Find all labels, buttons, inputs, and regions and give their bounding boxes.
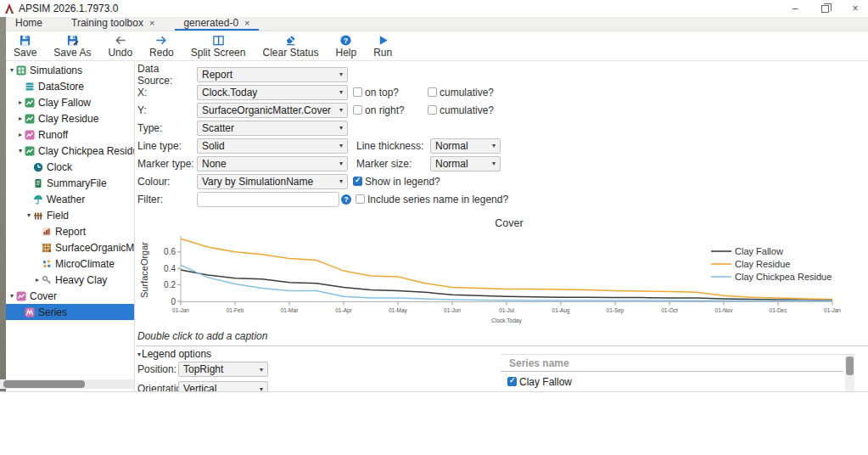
minimize-button[interactable]: –	[789, 3, 801, 14]
x-cumulative-checkbox[interactable]	[428, 87, 437, 97]
chevron-down-icon: ▾	[339, 106, 343, 114]
panel-divider[interactable]	[134, 62, 135, 392]
toolbar-button-label: Help	[336, 47, 357, 59]
tree-node-heavy-clay[interactable]: ▸Heavy Clay	[6, 272, 134, 288]
tree-node-label: Clay Chickpea Residue	[38, 145, 134, 157]
x-tick-label: 01-Mar	[281, 307, 299, 313]
tree-node-surfaceorganicmatter[interactable]: SurfaceOrganicMatter	[6, 239, 134, 256]
tab-bar: HomeTraining toolbox×generated-0×	[0, 17, 868, 31]
x-tick-label: 01-Dec	[770, 307, 788, 313]
run-button[interactable]: Run	[368, 33, 397, 59]
tree-horizontal-scrollbar[interactable]	[0, 379, 134, 389]
tree-expander-icon[interactable]: ▸	[16, 98, 25, 106]
chart-caption[interactable]: Double click to add a caption	[137, 330, 267, 342]
chevron-down-icon: ▾	[492, 142, 496, 149]
legend-options-header[interactable]: ▾ Legend options	[137, 348, 211, 360]
tree-node-weather[interactable]: Weather	[6, 191, 134, 207]
chevron-down-icon: ▾	[260, 385, 263, 393]
legend-entry: Clay Chickpea Residue	[711, 272, 832, 282]
maximize-button[interactable]	[821, 5, 829, 13]
tree-node-microclimate[interactable]: MicroClimate	[6, 256, 134, 272]
x-tick-label: 01-May	[389, 307, 407, 314]
legend-orientation-dropdown[interactable]: Vertical ▾	[178, 381, 268, 392]
undo-button[interactable]: Undo	[103, 33, 137, 59]
tab-home[interactable]: Home	[7, 17, 51, 31]
x-value: Clock.Today	[202, 87, 339, 98]
colour-dropdown[interactable]: Vary by SimulationName ▾	[197, 174, 348, 189]
tree-expander-icon[interactable]: ▸	[16, 131, 25, 138]
close-button[interactable]: ×	[849, 3, 861, 14]
simulation-icon	[25, 114, 35, 124]
tree-node-label: Clay Fallow	[38, 97, 91, 109]
marker-size-dropdown[interactable]: Normal ▾	[430, 156, 501, 171]
save-button[interactable]: Save	[8, 33, 42, 59]
chevron-down-icon: ▾	[137, 351, 141, 358]
x-tick-label: 01-Jan	[172, 307, 189, 313]
split-screen-button[interactable]: Split Screen	[186, 33, 251, 59]
tree-expander-icon[interactable]: ▸	[16, 115, 25, 122]
tab-generated-0[interactable]: generated-0×	[175, 17, 258, 31]
tree-node-datastore[interactable]: DataStore	[6, 78, 134, 94]
x-dropdown[interactable]: Clock.Today ▾	[197, 85, 348, 100]
toolbar-button-label: Run	[373, 47, 392, 59]
tree-node-field[interactable]: ▾Field	[6, 207, 134, 223]
tree-node-clay-fallow[interactable]: ▸Clay Fallow	[6, 94, 134, 110]
tree-node-clay-chickpea-residue[interactable]: ▾Clay Chickpea Residue	[6, 143, 134, 159]
tree-node-runoff[interactable]: ▸Runoff	[6, 126, 134, 143]
chevron-down-icon: ▾	[492, 160, 496, 167]
data-source-dropdown[interactable]: Report ▾	[197, 67, 348, 82]
on-right-label: on right?	[365, 104, 405, 116]
tree-node-simulations[interactable]: ▾Simulations	[6, 62, 134, 78]
tree-node-clock[interactable]: Clock	[6, 159, 134, 175]
tree-expander-icon[interactable]: ▾	[25, 211, 33, 219]
arrow-right-icon	[154, 33, 168, 47]
series-visible-checkbox[interactable]	[507, 377, 517, 386]
redo-button[interactable]: Redo	[144, 33, 179, 59]
scrollbar-thumb[interactable]	[846, 357, 854, 375]
line-type-dropdown[interactable]: Solid ▾	[197, 138, 348, 154]
tree-expander-icon[interactable]: ▾	[8, 66, 16, 74]
line-type-label: Line type:	[137, 140, 197, 152]
tree-node-cover[interactable]: ▾Cover	[6, 288, 134, 304]
position-label: Position:	[137, 363, 178, 375]
save-as-button[interactable]: Save As	[48, 33, 96, 59]
toolbar-button-label: Save	[14, 47, 36, 59]
y-dropdown[interactable]: SurfaceOrganicMatter.Cover ▾	[197, 103, 348, 118]
tree-node-label: Clock	[47, 161, 72, 173]
tree-node-clay-residue[interactable]: ▸Clay Residue	[6, 110, 134, 126]
tree-node-summaryfile[interactable]: SummaryFile	[6, 175, 134, 191]
tree-node-label: Report	[55, 226, 86, 238]
tab-label: generated-0	[183, 17, 238, 29]
type-dropdown[interactable]: Scatter ▾	[197, 121, 348, 136]
series-form: Data Source: Report ▾ X: Clock.Today ▾ o…	[137, 65, 508, 208]
eraser-icon	[284, 33, 297, 47]
scrollbar-thumb[interactable]	[3, 380, 85, 388]
y-cumulative-checkbox[interactable]	[428, 105, 437, 115]
show-in-legend-checkbox[interactable]	[353, 177, 362, 186]
tree-node-series[interactable]: Series	[6, 304, 134, 320]
tree-node-report[interactable]: Report	[6, 223, 134, 239]
legend-position-dropdown[interactable]: TopRight ▾	[178, 362, 268, 377]
marker-type-dropdown[interactable]: None ▾	[197, 156, 348, 171]
tab-label: Training toolbox	[71, 17, 143, 29]
clear-status-button[interactable]: Clear Status	[257, 33, 323, 59]
marker-type-label: Marker type:	[137, 158, 197, 170]
grid-vertical-scrollbar[interactable]	[845, 355, 854, 392]
tree-expander-icon[interactable]: ▾	[16, 147, 25, 154]
tab-training-toolbox[interactable]: Training toolbox×	[63, 17, 163, 31]
on-right-checkbox[interactable]	[353, 105, 362, 115]
tree-expander-icon[interactable]: ▸	[33, 276, 42, 284]
chart-title: Cover	[495, 217, 523, 229]
help-button[interactable]: ?Help	[331, 33, 362, 59]
series-icon	[25, 307, 35, 317]
include-series-name-checkbox[interactable]	[356, 194, 365, 204]
x-tick-label: 01-Jun	[444, 307, 461, 313]
filter-input[interactable]	[197, 192, 339, 207]
chart: CoverSurfaceOrgar00.20.40.601-Jan01-Feb0…	[136, 213, 868, 332]
tree-expander-icon[interactable]: ▾	[8, 292, 16, 300]
tab-close-icon[interactable]: ×	[244, 18, 249, 28]
tab-close-icon[interactable]: ×	[149, 18, 154, 28]
line-thickness-dropdown[interactable]: Normal ▾	[430, 138, 501, 154]
help-circle-icon[interactable]: ?	[341, 194, 351, 205]
on-top-checkbox[interactable]	[353, 87, 362, 97]
